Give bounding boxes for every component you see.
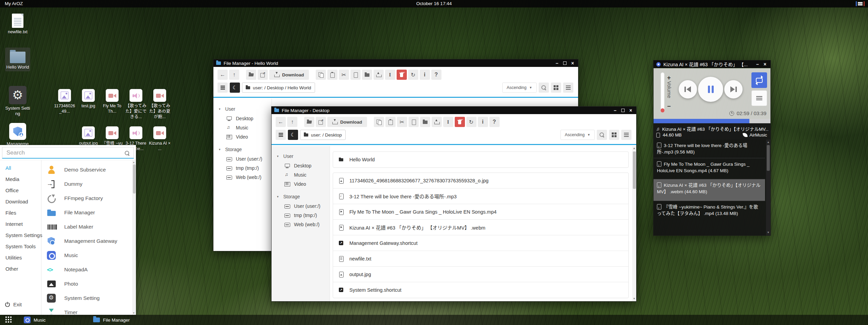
desktop-icon-system-setting[interactable]: ⚙ System Setting: [5, 86, 30, 116]
desktop-icon-management-gateway[interactable]: Manageme: [5, 123, 30, 147]
desktop-icon-media[interactable]: test.jpg: [77, 89, 99, 109]
new-file-button[interactable]: [409, 117, 419, 127]
desktop-icon-media[interactable]: Fly Me To Th...: [101, 89, 123, 114]
copy-button[interactable]: [316, 70, 326, 80]
hamburger-icon[interactable]: [856, 1, 865, 6]
download-button[interactable]: Download: [269, 70, 309, 80]
app-item-notepada[interactable]: NotepadA: [47, 264, 88, 276]
close-button[interactable]: ×: [764, 62, 766, 67]
category-all[interactable]: All: [5, 165, 11, 171]
desktop-icon-media[interactable]: 117346026_49...: [54, 89, 75, 114]
sidebar-item-desktop[interactable]: Desktop: [272, 161, 330, 170]
maximize-button[interactable]: [621, 109, 625, 112]
category-internet[interactable]: Internet: [5, 221, 23, 227]
airmusic-button[interactable]: AirMusic: [743, 132, 767, 138]
app-item-ffmpeg-factory[interactable]: FFmpeg Factory: [47, 192, 103, 204]
info-button[interactable]: i: [420, 70, 430, 80]
sidebar-section-storage[interactable]: ▾Storage: [213, 145, 272, 154]
category-media[interactable]: Media: [5, 176, 19, 182]
cut-button[interactable]: ✂: [339, 70, 349, 80]
close-button[interactable]: ×: [571, 61, 574, 66]
sidebar-section-storage[interactable]: ▾Storage: [272, 192, 330, 201]
file-row[interactable]: System Setting.shortcut: [333, 282, 628, 298]
delete-button[interactable]: [455, 117, 465, 127]
open-new-window-button[interactable]: [316, 117, 326, 127]
repeat-button[interactable]: [751, 72, 767, 88]
category-files[interactable]: Files: [5, 210, 16, 216]
window-titlebar[interactable]: File Manager - Hello World – ×: [213, 59, 578, 67]
open-button[interactable]: [304, 117, 314, 127]
search-box[interactable]: [2, 147, 134, 159]
open-new-window-button[interactable]: [258, 70, 268, 80]
new-file-button[interactable]: [350, 70, 361, 80]
grid-view-button[interactable]: [551, 83, 561, 93]
playlist-item[interactable]: Fly Me To The Moon _ Gawr Gura Sings _ H…: [654, 158, 765, 179]
sidebar-item-video[interactable]: Video: [213, 132, 272, 141]
scrollbar[interactable]: ▲ ▼: [632, 146, 636, 301]
paste-button[interactable]: [327, 70, 337, 80]
scrollbar[interactable]: ▲ ▼: [132, 160, 136, 315]
file-row[interactable]: newfile.txt: [333, 251, 628, 267]
pause-button[interactable]: [698, 77, 723, 102]
volume-slider[interactable]: [661, 72, 664, 112]
grid-view-button[interactable]: [609, 130, 619, 140]
scroll-up-icon[interactable]: ▲: [133, 161, 135, 163]
sidebar-item-tmp-drive[interactable]: tmp (tmp:/): [213, 163, 272, 173]
help-button[interactable]: ?: [431, 70, 441, 80]
desktop-icon-media[interactable]: 【歌ってみた】あの夏が飽...: [149, 89, 171, 120]
close-button[interactable]: ×: [629, 108, 632, 113]
next-button[interactable]: [724, 80, 743, 98]
category-utilities[interactable]: Utilities: [5, 255, 22, 260]
info-button[interactable]: i: [478, 117, 488, 127]
sidebar-item-desktop[interactable]: Desktop: [213, 114, 272, 123]
previous-button[interactable]: [679, 80, 697, 98]
playlist-item[interactable]: 3-12 There will be love there -愛のある場所-.m…: [654, 140, 765, 158]
file-row[interactable]: output.jpg: [333, 267, 628, 282]
sort-dropdown[interactable]: Ascending▼: [502, 83, 537, 93]
sidebar-section-user[interactable]: ▾User: [213, 104, 272, 114]
scroll-down-icon[interactable]: ▼: [633, 297, 636, 300]
scrollbar-thumb[interactable]: [133, 164, 136, 194]
category-other[interactable]: Other: [5, 266, 18, 272]
file-row[interactable]: Hello World: [333, 152, 628, 167]
theme-toggle-button[interactable]: ☾: [288, 130, 298, 140]
app-item-photo[interactable]: Photo: [47, 278, 78, 290]
search-input[interactable]: [2, 147, 134, 158]
playlist-item[interactable]: 『雪峰 ~yukimine~ Piano & Strings Ver.』を歌って…: [654, 201, 765, 228]
desktop-icon-media[interactable]: 【歌ってみた】愛にできる...: [125, 89, 147, 120]
scroll-up-icon[interactable]: ▲: [633, 147, 636, 150]
app-item-management-gateway[interactable]: Management Gateway: [47, 235, 117, 247]
desktop-icon-media[interactable]: output.jpg: [77, 126, 99, 146]
file-row[interactable]: 117346026_4968186883206677_3276783073763…: [333, 173, 628, 188]
volume-up-label[interactable]: +: [667, 74, 671, 82]
scrollbar-thumb[interactable]: [767, 145, 770, 171]
cut-button[interactable]: ✂: [397, 117, 407, 127]
sidebar-item-user-drive[interactable]: User (user:/): [272, 201, 330, 211]
up-button[interactable]: ↑: [287, 117, 297, 127]
category-office[interactable]: Office: [5, 187, 19, 193]
search-button[interactable]: [597, 130, 607, 140]
sidebar-item-video[interactable]: Video: [272, 179, 330, 188]
scrollbar[interactable]: ▲ ▼: [766, 140, 770, 235]
minimize-button[interactable]: –: [614, 108, 617, 113]
window-titlebar[interactable]: File Manager - Desktop – ×: [272, 107, 636, 114]
volume-down-label[interactable]: −: [667, 103, 671, 110]
sidebar-item-user-drive[interactable]: User (user:/): [213, 154, 272, 163]
volume-slider-handle[interactable]: [661, 108, 664, 112]
breadcrumb[interactable]: user: / Desktop / Hello World: [242, 83, 315, 93]
taskbar-item-music[interactable]: Music: [24, 315, 46, 325]
paste-button[interactable]: [385, 117, 396, 127]
window-titlebar[interactable]: Kizuna AI × 花譜 #63 「かりそめ」 【... – ×: [654, 60, 770, 68]
sidebar-item-music[interactable]: Music: [213, 123, 272, 132]
playlist-item-selected[interactable]: Kizuna AI × 花譜 #63 「かりそめ」【オリジナルMV】 .webm…: [654, 179, 765, 201]
search-button[interactable]: [539, 83, 549, 93]
file-row[interactable]: Fly Me To The Moon _ Gawr Gura Sings _ H…: [333, 204, 628, 220]
app-item-timer[interactable]: Timer: [47, 306, 77, 315]
app-item-music[interactable]: Music: [47, 249, 78, 261]
refresh-button[interactable]: ↻: [466, 117, 476, 127]
sidebar-item-web-drive[interactable]: Web (web:/): [213, 173, 272, 182]
scroll-down-icon[interactable]: ▼: [133, 312, 135, 314]
help-button[interactable]: ?: [489, 117, 500, 127]
category-system-tools[interactable]: System Tools: [5, 243, 36, 249]
app-item-file-manager[interactable]: File Manager: [47, 206, 95, 219]
